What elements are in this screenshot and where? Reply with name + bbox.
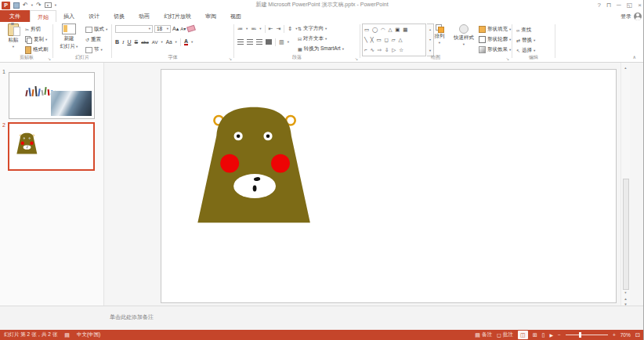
view-slide-sorter-button[interactable]: ⊞	[533, 332, 537, 338]
strikethrough-s-button[interactable]: S	[134, 39, 138, 45]
view-reading-button[interactable]: ▯	[542, 332, 545, 338]
zoom-percentage[interactable]: 70%	[620, 332, 631, 338]
justify-button[interactable]	[266, 39, 272, 45]
convert-smartart-button[interactable]: ▦ 转换为 SmartArt ▾	[298, 45, 344, 53]
underline-button[interactable]: U	[127, 39, 131, 45]
shapes-more-icon[interactable]: ▼	[429, 49, 432, 52]
tab-transitions[interactable]: 切换	[107, 10, 132, 22]
current-slide[interactable]	[161, 69, 617, 303]
paragraph-dialog-launcher[interactable]: ↘	[355, 56, 358, 61]
reset-button[interactable]: ↺ 重置	[85, 35, 101, 44]
comments-toggle-button[interactable]: ◻ 批注	[497, 331, 513, 338]
arrange-button[interactable]: 排列 ▾	[429, 24, 450, 45]
previous-slide-button[interactable]: ▲	[621, 297, 630, 301]
font-size-combo[interactable]: 18 ▾	[154, 25, 171, 33]
italic-button[interactable]: I	[122, 39, 124, 45]
close-button[interactable]: ×	[638, 2, 642, 9]
select-icon: ↖	[516, 48, 520, 53]
tab-home[interactable]: 开始	[30, 10, 56, 23]
bear-drawing[interactable]	[161, 70, 616, 302]
change-case-button[interactable]: Aa	[166, 39, 172, 45]
copy-button[interactable]: 复制 ▾	[25, 35, 47, 44]
vertical-scrollbar[interactable]: ▴ ▾ ▲ ▼	[620, 63, 630, 306]
grow-font-button[interactable]: A▴	[172, 26, 179, 32]
align-center-button[interactable]	[247, 39, 253, 45]
account-avatar-icon[interactable]	[634, 13, 642, 20]
redo-icon[interactable]: ↷	[36, 2, 42, 9]
clipboard-dialog-launcher[interactable]: ↘	[48, 56, 51, 61]
new-slide-button[interactable]: 新建 幻灯片 ▾	[56, 24, 82, 50]
zoom-slider-thumb[interactable]	[579, 332, 581, 338]
start-slideshow-icon[interactable]: ▸	[45, 2, 52, 8]
cut-button[interactable]: ✂ 剪切	[25, 25, 41, 34]
slide2-thumbnail-selected[interactable]	[8, 122, 95, 171]
drawing-dialog-launcher[interactable]: ↘	[506, 56, 509, 61]
restore-button[interactable]: ◱	[627, 2, 633, 9]
zoom-slider[interactable]	[566, 335, 608, 335]
workspace: 1 2	[0, 63, 644, 306]
proofing-icon[interactable]: ▤	[64, 332, 70, 338]
shrink-font-button[interactable]: A▾	[180, 26, 186, 31]
numbering-button[interactable]: ≕	[251, 26, 256, 32]
zoom-in-button[interactable]: +	[613, 332, 616, 338]
ribbon-display-button[interactable]: ⊓	[606, 2, 611, 9]
shape-outline-button[interactable]: 形状轮廓 ▾	[479, 35, 511, 44]
bullets-button[interactable]: ≔	[237, 26, 243, 32]
format-painter-button[interactable]: 格式刷	[25, 45, 49, 54]
shape-fill-button[interactable]: 形状填充 ▾	[479, 25, 511, 34]
paste-button[interactable]: 粘贴 ▾	[3, 24, 24, 49]
replace-button[interactable]: ⇄ 替换 ▾	[516, 36, 535, 45]
tab-slideshow[interactable]: 幻灯片放映	[157, 10, 198, 22]
bold-button[interactable]: B	[115, 39, 119, 45]
shape-effects-button[interactable]: 形状效果 ▾	[479, 45, 511, 54]
collapse-ribbon-button[interactable]: ∧	[633, 54, 636, 60]
tab-insert[interactable]: 插入	[56, 10, 81, 22]
powerpoint-window: P ↶ ▾ ↷ ▸ ▾ 新建 Microsoft PowerPoint 演示文稿…	[0, 0, 644, 340]
notes-pane[interactable]: 单击此处添加备注	[0, 306, 644, 330]
scroll-down-button[interactable]: ▾	[621, 291, 630, 295]
zoom-out-button[interactable]: −	[558, 332, 561, 338]
fit-to-window-button[interactable]: ⊡	[635, 331, 640, 338]
undo-dropdown-icon[interactable]: ▾	[31, 3, 33, 7]
view-normal-button[interactable]: ◫	[518, 331, 528, 339]
columns-button[interactable]: ▥	[279, 39, 284, 45]
shapes-gallery[interactable]: ▭ ◯ ◠ △ ▣ ▦ ╲ ╳ ▭ ◻ ▱ △ ⌐ ∿ ⇨ ⇩ ▷ ☆	[362, 24, 426, 56]
tab-animations[interactable]: 动画	[132, 10, 157, 22]
undo-icon[interactable]: ↶	[23, 2, 28, 9]
help-button[interactable]: ?	[597, 2, 600, 9]
align-text-button[interactable]: ⊟ 对齐文本 ▾	[298, 34, 327, 43]
language-indicator[interactable]: 中文(中国)	[77, 331, 100, 338]
tab-review[interactable]: 审阅	[198, 10, 223, 22]
notes-placeholder[interactable]: 单击此处添加备注	[110, 313, 154, 321]
scroll-up-button[interactable]: ▴	[621, 66, 630, 70]
minimize-button[interactable]: ─	[617, 2, 621, 9]
clear-formatting-button[interactable]	[186, 25, 196, 33]
align-left-button[interactable]	[237, 39, 244, 45]
layout-button[interactable]: 版式 ▾	[85, 25, 107, 34]
slide1-thumbnail[interactable]	[9, 72, 95, 119]
find-button[interactable]: ∞ 查找	[516, 26, 531, 34]
scrollbar-thumb[interactable]	[623, 179, 629, 290]
save-icon[interactable]	[13, 2, 20, 9]
text-direction-button[interactable]: ⇅ 文字方向 ▾	[298, 24, 327, 33]
tab-view[interactable]: 视图	[223, 10, 248, 22]
notes-toggle-button[interactable]: ▤ 备注	[475, 331, 492, 338]
copy-label: 复制	[34, 36, 44, 43]
section-button[interactable]: 节 ▾	[85, 45, 103, 54]
sign-in[interactable]: 登录	[620, 10, 642, 22]
font-color-button[interactable]: A	[184, 38, 188, 45]
quick-styles-button[interactable]: 快速样式 ▾	[450, 24, 477, 46]
strikethrough-button[interactable]: abc	[141, 40, 149, 45]
decrease-indent-button[interactable]: ⇤	[269, 26, 273, 32]
font-dialog-launcher[interactable]: ↘	[229, 56, 232, 61]
align-right-button[interactable]	[256, 39, 262, 45]
font-size-dropdown-icon: ▾	[167, 27, 168, 31]
line-spacing-button[interactable]: ⇕	[288, 26, 292, 32]
tab-design[interactable]: 设计	[81, 10, 107, 22]
view-slideshow-button[interactable]: ▶	[549, 332, 553, 338]
tab-file[interactable]: 文件	[0, 10, 30, 22]
qat-customize-icon[interactable]: ▾	[55, 3, 56, 7]
increase-indent-button[interactable]: ⇥	[276, 26, 280, 32]
character-spacing-button[interactable]: AV	[152, 40, 158, 45]
font-name-combo[interactable]: ▾	[115, 25, 153, 33]
